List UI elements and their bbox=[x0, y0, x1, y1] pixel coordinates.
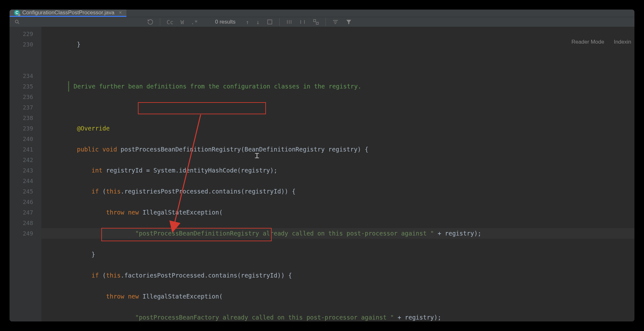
prev-match-icon[interactable]: ↑ bbox=[243, 19, 252, 25]
line-number: 235 bbox=[10, 81, 33, 92]
close-icon[interactable]: × bbox=[119, 10, 122, 16]
words-button[interactable]: W bbox=[178, 19, 187, 25]
editor[interactable]: 229 230 234 235 236 237 238 239 240 241 … bbox=[10, 27, 634, 321]
line-number: 234 bbox=[10, 71, 33, 81]
line-number: 238 bbox=[10, 113, 33, 123]
class-file-icon: C bbox=[14, 10, 20, 16]
annotation: @Override bbox=[77, 125, 110, 132]
line-number: 240 bbox=[10, 134, 33, 144]
search-icon[interactable] bbox=[13, 19, 22, 25]
code-line: @Override bbox=[41, 123, 634, 134]
code-line: if (this.factoriesPostProcessed.contains… bbox=[41, 270, 634, 281]
line-number: 246 bbox=[10, 197, 33, 207]
code-line bbox=[41, 60, 634, 71]
match-case-button[interactable]: Cc bbox=[164, 19, 176, 25]
select-occurrences-icon[interactable] bbox=[310, 19, 322, 25]
separator bbox=[160, 18, 160, 26]
line-number: 241 bbox=[10, 144, 33, 155]
line-number bbox=[10, 50, 33, 60]
separator bbox=[279, 18, 280, 26]
line-number: 230 bbox=[10, 39, 33, 50]
code-line-current: "postProcessBeanDefinitionRegistry alrea… bbox=[41, 228, 634, 239]
code-line: int registryId = System.identityHashCode… bbox=[41, 165, 634, 176]
svg-point-0 bbox=[15, 20, 18, 23]
svg-rect-2 bbox=[268, 20, 272, 24]
line-number: 239 bbox=[10, 123, 33, 134]
svg-rect-8 bbox=[314, 20, 316, 22]
reader-mode-button[interactable]: Reader Mode bbox=[571, 39, 604, 45]
line-number: 244 bbox=[10, 176, 33, 186]
line-number bbox=[10, 60, 33, 71]
code-line: public void postProcessBeanDefinitionReg… bbox=[41, 144, 634, 155]
history-icon[interactable] bbox=[145, 19, 156, 25]
search-input[interactable] bbox=[25, 17, 143, 27]
code-line: throw new IllegalStateException( bbox=[41, 291, 634, 302]
javadoc-comment: Derive further bean definitions from the… bbox=[68, 81, 634, 92]
code-content[interactable]: } Derive further bean definitions from t… bbox=[41, 27, 634, 321]
line-number: 247 bbox=[10, 207, 33, 218]
ide-window: C ConfigurationClassPostProcessor.java ×… bbox=[10, 10, 634, 321]
tab-filename: ConfigurationClassPostProcessor.java bbox=[22, 10, 114, 16]
line-number: 236 bbox=[10, 92, 33, 102]
code-line: } bbox=[41, 249, 634, 260]
remove-selection-icon[interactable] bbox=[297, 19, 308, 25]
next-match-icon[interactable]: ↓ bbox=[254, 19, 262, 25]
regex-button[interactable]: .* bbox=[189, 19, 201, 25]
separator bbox=[326, 18, 326, 26]
code-line: Derive further bean definitions from the… bbox=[41, 81, 634, 92]
find-toolbar: Cc W .* 0 results ↑ ↓ bbox=[10, 17, 634, 27]
line-gutter: 229 230 234 235 236 237 238 239 240 241 … bbox=[10, 27, 41, 321]
svg-rect-9 bbox=[316, 22, 318, 25]
filter-icon[interactable] bbox=[343, 19, 354, 25]
line-number: 237 bbox=[10, 102, 33, 113]
code-line: throw new IllegalStateException( bbox=[41, 207, 634, 218]
code-line: "postProcessBeanFactory already called o… bbox=[41, 312, 634, 321]
code-line: if (this.registriesPostProcessed.contain… bbox=[41, 186, 634, 197]
indexing-status: Indexin bbox=[614, 39, 631, 45]
line-number: 242 bbox=[10, 155, 33, 165]
add-selection-icon[interactable] bbox=[283, 19, 295, 25]
svg-line-1 bbox=[18, 23, 19, 24]
code-line: } bbox=[41, 39, 634, 50]
editor-tab[interactable]: C ConfigurationClassPostProcessor.java × bbox=[10, 10, 126, 17]
select-all-icon[interactable] bbox=[264, 19, 275, 25]
tab-bar: C ConfigurationClassPostProcessor.java × bbox=[10, 10, 634, 17]
line-number: 245 bbox=[10, 186, 33, 197]
filter-lines-icon[interactable] bbox=[330, 19, 341, 25]
results-count: 0 results bbox=[215, 19, 235, 25]
code-line bbox=[41, 102, 634, 113]
line-number: 248 bbox=[10, 218, 33, 228]
line-number: 229 bbox=[10, 29, 33, 39]
editor-status-actions: Reader Mode Indexin bbox=[571, 39, 631, 45]
line-number: 249 bbox=[10, 228, 33, 239]
line-number: 243 bbox=[10, 165, 33, 176]
